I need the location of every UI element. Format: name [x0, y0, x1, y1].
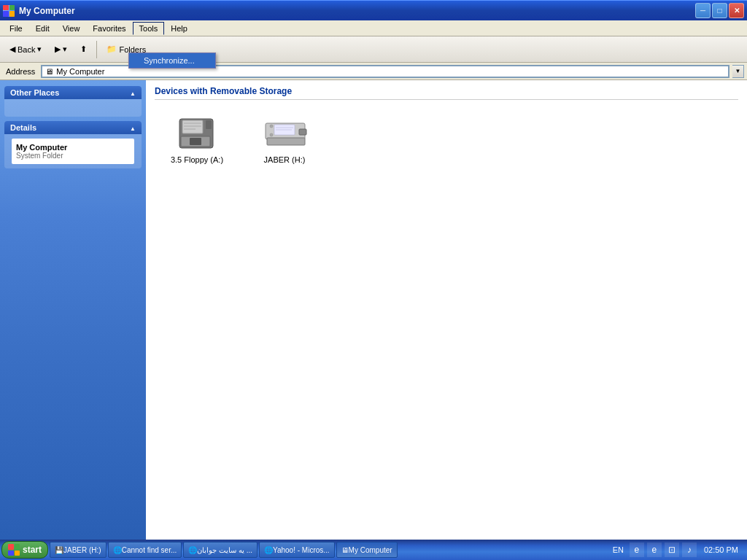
title-bar: My Computer ─ □ ✕	[0, 0, 747, 20]
forward-icon: ▶	[55, 44, 61, 54]
main-container: Other Places Details My Computer System …	[0, 80, 747, 540]
taskbar-jaber-label: JABER (H:)	[63, 546, 101, 554]
other-places-header[interactable]: Other Places	[4, 86, 142, 99]
up-icon: ⬆	[80, 44, 87, 54]
taskbar: start 💾 JABER (H:) 🌐 Cannot find ser... …	[0, 540, 747, 560]
jaber-label: JABER (H:)	[264, 155, 306, 164]
toolbar-separator-1	[96, 41, 97, 58]
back-label: Back	[18, 45, 35, 54]
forward-dropdown-icon[interactable]: ▾	[63, 44, 67, 54]
address-label: Address	[3, 67, 38, 76]
taskbar-yahoo-label: Yahoo! - Micros...	[273, 546, 330, 554]
taskbar-arabic-label: يه سايت جوابان ...	[197, 546, 252, 554]
svg-point-11	[270, 125, 273, 128]
up-button[interactable]: ⬆	[75, 42, 92, 57]
address-dropdown-button[interactable]: ▼	[732, 65, 744, 78]
taskbar-arabic-icon: 🌐	[188, 546, 197, 554]
toolbar: ◀ Back ▾ ▶ ▾ ⬆ 📁 Folders	[0, 36, 747, 63]
other-places-content	[4, 99, 142, 117]
lang-indicator: EN	[610, 545, 627, 554]
taskbar-my-computer-label: My Computer	[349, 546, 392, 554]
taskbar-yahoo[interactable]: 🌐 Yahoo! - Micros...	[259, 542, 335, 558]
floppy-icon	[178, 117, 216, 152]
back-dropdown-icon[interactable]: ▾	[37, 44, 42, 54]
taskbar-my-computer-icon: 🖥	[341, 546, 349, 554]
maximize-button[interactable]: □	[712, 3, 727, 18]
title-left: My Computer	[3, 5, 75, 17]
floppy-label: 3.5 Floppy (A:)	[171, 155, 223, 164]
details-collapse-icon	[130, 123, 136, 132]
windows-logo	[8, 544, 20, 556]
address-value: My Computer	[56, 67, 104, 76]
window-title: My Computer	[19, 6, 75, 16]
section-title: Devices with Removable Storage	[155, 86, 738, 100]
hdd-icon	[264, 117, 305, 152]
start-button[interactable]: start	[1, 541, 48, 559]
menu-file[interactable]: File	[3, 22, 29, 35]
menu-help[interactable]: Help	[164, 22, 194, 35]
other-places-section: Other Places	[4, 86, 142, 117]
tools-dropdown-menu: Synchronize...	[128, 52, 216, 69]
taskbar-jaber-icon: 💾	[55, 546, 63, 554]
devices-grid: 3.5 Floppy (A:)	[155, 109, 738, 173]
menu-edit[interactable]: Edit	[29, 22, 56, 35]
svg-rect-6	[190, 138, 201, 145]
system-clock: 02:50 PM	[700, 545, 743, 554]
ie-icon[interactable]: e	[630, 542, 644, 557]
title-buttons: ─ □ ✕	[695, 3, 744, 18]
floppy-device[interactable]: 3.5 Floppy (A:)	[160, 114, 233, 167]
menu-view[interactable]: View	[56, 22, 87, 35]
taskbar-arabic[interactable]: 🌐 يه سايت جوابان ...	[183, 542, 258, 558]
taskbar-cannot-find[interactable]: 🌐 Cannot find ser...	[108, 542, 182, 558]
volume-icon[interactable]: ♪	[682, 542, 697, 557]
other-places-title: Other Places	[10, 88, 59, 97]
back-icon: ◀	[9, 44, 15, 54]
menu-synchronize[interactable]: Synchronize...	[129, 53, 215, 68]
taskbar-cannot-find-label: Cannot find ser...	[122, 546, 177, 554]
menu-bar: File Edit View Favorites Tools Help	[0, 20, 747, 36]
details-header[interactable]: Details	[4, 121, 142, 134]
taskbar-yahoo-icon: 🌐	[264, 546, 273, 554]
taskbar-cannot-find-icon: 🌐	[113, 546, 122, 554]
menu-favorites[interactable]: Favorites	[86, 22, 132, 35]
details-content: My Computer System Folder	[4, 134, 142, 168]
details-section: Details My Computer System Folder	[4, 121, 142, 168]
svg-rect-7	[206, 120, 212, 129]
address-icon: 🖥	[45, 67, 53, 76]
details-name: My Computer	[16, 143, 130, 152]
sidebar: Other Places Details My Computer System …	[0, 80, 146, 540]
address-bar: Address 🖥 My Computer ▼	[0, 63, 747, 80]
ie2-icon[interactable]: e	[647, 542, 662, 557]
svg-rect-1	[182, 120, 203, 133]
details-info: My Computer System Folder	[12, 139, 134, 164]
menu-tools[interactable]: Tools	[133, 22, 165, 35]
close-button[interactable]: ✕	[729, 3, 744, 18]
content-area: Devices with Removable Storage	[146, 80, 747, 540]
details-title: Details	[10, 123, 36, 132]
svg-point-12	[270, 133, 273, 136]
taskbar-my-computer[interactable]: 🖥 My Computer	[336, 542, 398, 558]
other-places-collapse-icon	[130, 88, 136, 97]
svg-rect-9	[267, 138, 305, 145]
start-label: start	[23, 545, 42, 555]
svg-rect-10	[299, 129, 306, 135]
taskbar-jaber[interactable]: 💾 JABER (H:)	[50, 542, 107, 558]
taskbar-right: EN e e ⊡ ♪ 02:50 PM	[610, 542, 746, 557]
details-subtitle: System Folder	[16, 152, 130, 160]
jaber-device[interactable]: JABER (H:)	[248, 114, 321, 167]
minimize-button[interactable]: ─	[695, 3, 711, 18]
window-icon	[3, 5, 15, 17]
forward-button[interactable]: ▶ ▾	[50, 42, 72, 57]
folders-icon: 📁	[107, 44, 117, 54]
back-button[interactable]: ◀ Back ▾	[4, 42, 47, 57]
network-icon[interactable]: ⊡	[665, 542, 679, 557]
